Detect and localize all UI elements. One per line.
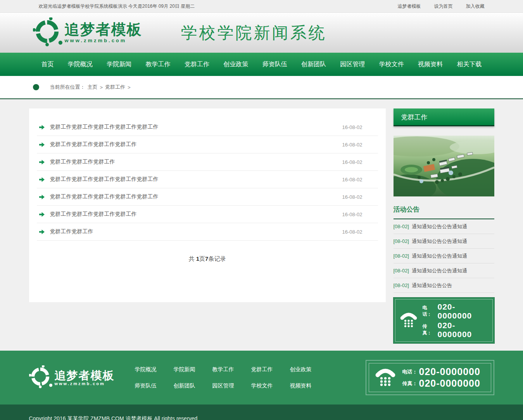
footer-link-college-overview[interactable]: 学院概况 xyxy=(135,366,174,373)
news-title-link[interactable]: 党群工作党群工作党群工作 xyxy=(50,158,337,165)
news-date: 16-08-02 xyxy=(342,124,362,130)
footer-logo-url: www.zmzmb.com xyxy=(55,381,115,386)
sidebar-contact-card: 电话： 020-0000000 传真： 020-0000000 xyxy=(394,298,494,343)
nav-item-faculty[interactable]: 师资队伍 xyxy=(261,58,289,71)
news-date: 16-08-02 xyxy=(342,194,362,200)
arrow-icon xyxy=(39,212,45,217)
news-row[interactable]: 党群工作党群工作党群工作党群工作党群工作 16-08-02 xyxy=(37,119,378,136)
news-title-link[interactable]: 党群工作党群工作党群工作党群工作 xyxy=(50,211,337,218)
news-title-link[interactable]: 党群工作党群工作党群工作党群工作党群工作 xyxy=(50,176,337,183)
footer-link-park-management[interactable]: 园区管理 xyxy=(212,382,251,389)
nav-item-video-materials[interactable]: 视频资料 xyxy=(416,58,444,71)
news-date: 16-08-02 xyxy=(342,159,362,165)
news-row[interactable]: 党群工作党群工作党群工作 16-08-02 xyxy=(37,153,378,171)
notice-item[interactable]: [08-02] 通知通知公告公告 xyxy=(394,278,494,293)
arrow-icon xyxy=(39,142,45,147)
breadcrumb-separator: > xyxy=(128,84,131,90)
notice-item[interactable]: [08-02] 通知通知公告公告通知通 xyxy=(394,234,494,249)
footer-link-innovation-team[interactable]: 创新团队 xyxy=(174,382,212,389)
news-title-link[interactable]: 党群工作党群工作 xyxy=(50,228,337,235)
news-date: 16-08-02 xyxy=(342,177,362,182)
fax-label: 传真： xyxy=(423,323,436,336)
welcome-text: 欢迎光临追梦者模板学校学院系统模板演示 今天是2016年 09月 20日 星期二 xyxy=(39,3,195,10)
topbar-link-set-homepage[interactable]: 设为首页 xyxy=(434,3,453,10)
site-logo[interactable]: 追梦者模板 www.zmzmb.com xyxy=(33,17,142,48)
notice-item[interactable]: [08-02] 通知通知公告公告通知通 xyxy=(394,249,494,263)
nav-item-college-overview[interactable]: 学院概况 xyxy=(66,58,94,71)
footer-logo-title: 追梦者模板 xyxy=(55,370,115,381)
notice-date: [08-02] xyxy=(394,268,409,274)
notice-section-title: 活动公告 xyxy=(394,203,494,219)
copyright-text: Copyright 2016 某某学院 ZMZMB.COM 追梦者模板 All … xyxy=(29,415,262,420)
footer-link-startup-policy[interactable]: 创业政策 xyxy=(290,366,329,373)
footer-contact-card: 电话： 020-0000000 传真： 020-0000000 xyxy=(366,360,494,395)
news-title-link[interactable]: 党群工作党群工作党群工作党群工作党群工作 xyxy=(50,124,337,131)
arrow-icon xyxy=(39,160,45,165)
logo-swirl-icon xyxy=(33,17,62,48)
header: 追梦者模板 www.zmzmb.com 学校学院新闻系统 xyxy=(0,13,523,53)
notice-link[interactable]: 通知通知公告公告 xyxy=(412,282,452,289)
footer-link-college-news[interactable]: 学院新闻 xyxy=(174,366,212,373)
main-nav: 首页 学院概况 学院新闻 教学工作 党群工作 创业政策 师资队伍 创新团队 园区… xyxy=(0,53,523,76)
footer: 追梦者模板 www.zmzmb.com 学院概况 学院新闻 教学工作 党群工作 … xyxy=(0,351,523,405)
fax-number: 020-0000000 xyxy=(437,321,488,339)
nav-item-school-documents[interactable]: 学校文件 xyxy=(378,58,406,71)
news-title-link[interactable]: 党群工作党群工作党群工作党群工作 xyxy=(50,141,337,148)
news-row[interactable]: 党群工作党群工作党群工作党群工作 16-08-02 xyxy=(37,136,378,153)
nav-item-home[interactable]: 首页 xyxy=(40,58,55,71)
pagination-prefix: 共 xyxy=(189,255,195,262)
footer-logo[interactable]: 追梦者模板 www.zmzmb.com xyxy=(29,365,115,390)
news-list: 党群工作党群工作党群工作党群工作党群工作 16-08-02 党群工作党群工作党群… xyxy=(37,119,378,241)
nav-item-college-news[interactable]: 学院新闻 xyxy=(105,58,133,71)
footer-link-party-work[interactable]: 党群工作 xyxy=(251,366,290,373)
arrow-icon xyxy=(39,195,45,200)
footer-links: 学院概况 学院新闻 教学工作 党群工作 创业政策 师资队伍 创新团队 园区管理 … xyxy=(135,366,329,389)
news-panel: 党群工作党群工作党群工作党群工作党群工作 16-08-02 党群工作党群工作党群… xyxy=(29,108,386,302)
footer-link-video-materials[interactable]: 视频资料 xyxy=(290,382,329,389)
sidebar: 党群工作 xyxy=(394,108,494,343)
nav-item-downloads[interactable]: 相关下载 xyxy=(455,58,483,71)
campus-aerial-image xyxy=(394,136,494,196)
news-title-link[interactable]: 党群工作党群工作党群工作党群工作党群工作 xyxy=(50,193,337,200)
pagination: 共 1页7条记录 xyxy=(37,255,378,263)
tel-number: 020-0000000 xyxy=(437,302,488,320)
logo-title: 追梦者模板 xyxy=(65,22,142,38)
logo-url: www.zmzmb.com xyxy=(65,38,142,43)
nav-item-park-management[interactable]: 园区管理 xyxy=(338,58,366,71)
news-row[interactable]: 党群工作党群工作党群工作党群工作 16-08-02 xyxy=(37,206,378,223)
arrow-icon xyxy=(39,229,45,234)
topbar-link-template[interactable]: 追梦者模板 xyxy=(398,3,421,10)
topbar-links: 追梦者模板 设为首页 加入收藏 xyxy=(398,3,485,10)
notice-date: [08-02] xyxy=(394,282,409,288)
breadcrumb-home-link[interactable]: 主页 xyxy=(88,84,98,91)
notice-item[interactable]: [08-02] 通知通知公告公告通知通 xyxy=(394,263,494,278)
nav-item-innovation-team[interactable]: 创新团队 xyxy=(300,58,328,71)
subfooter: Copyright 2016 某某学院 ZMZMB.COM 追梦者模板 All … xyxy=(0,405,523,420)
tel-label: 电话： xyxy=(423,305,436,318)
topbar-link-add-favorite[interactable]: 加入收藏 xyxy=(466,3,485,10)
footer-link-teaching-work[interactable]: 教学工作 xyxy=(212,366,251,373)
news-row[interactable]: 党群工作党群工作党群工作党群工作党群工作 16-08-02 xyxy=(37,171,378,188)
footer-link-faculty[interactable]: 师资队伍 xyxy=(135,382,174,389)
sidebar-section-title: 党群工作 xyxy=(394,108,494,126)
breadcrumb-bar: 当前所在位置： 主页 > 党群工作 > xyxy=(0,76,523,99)
news-row[interactable]: 党群工作党群工作党群工作党群工作党群工作 16-08-02 xyxy=(37,188,378,206)
notice-item[interactable]: [08-02] 通知通知公告公告通知通 xyxy=(394,219,494,234)
news-row[interactable]: 党群工作党群工作 16-08-02 xyxy=(37,223,378,241)
fax-label: 传真： xyxy=(402,380,418,387)
notice-link[interactable]: 通知通知公告公告通知通 xyxy=(412,238,467,245)
breadcrumb-current-link[interactable]: 党群工作 xyxy=(105,84,125,91)
topbar: 欢迎光临追梦者模板学校学院系统模板演示 今天是2016年 09月 20日 星期二… xyxy=(0,0,523,13)
breadcrumb-dot-icon xyxy=(33,84,39,90)
nav-item-party-work[interactable]: 党群工作 xyxy=(183,58,211,71)
footer-link-school-documents[interactable]: 学校文件 xyxy=(251,382,290,389)
fax-number: 020-0000000 xyxy=(419,378,480,389)
notice-date: [08-02] xyxy=(394,224,409,229)
nav-item-teaching-work[interactable]: 教学工作 xyxy=(144,58,172,71)
notice-link[interactable]: 通知通知公告公告通知通 xyxy=(412,267,467,274)
notice-link[interactable]: 通知通知公告公告通知通 xyxy=(412,253,467,260)
notice-list: [08-02] 通知通知公告公告通知通 [08-02] 通知通知公告公告通知通 … xyxy=(394,219,494,293)
arrow-icon xyxy=(39,125,45,130)
nav-item-startup-policy[interactable]: 创业政策 xyxy=(222,58,250,71)
notice-link[interactable]: 通知通知公告公告通知通 xyxy=(412,223,467,230)
